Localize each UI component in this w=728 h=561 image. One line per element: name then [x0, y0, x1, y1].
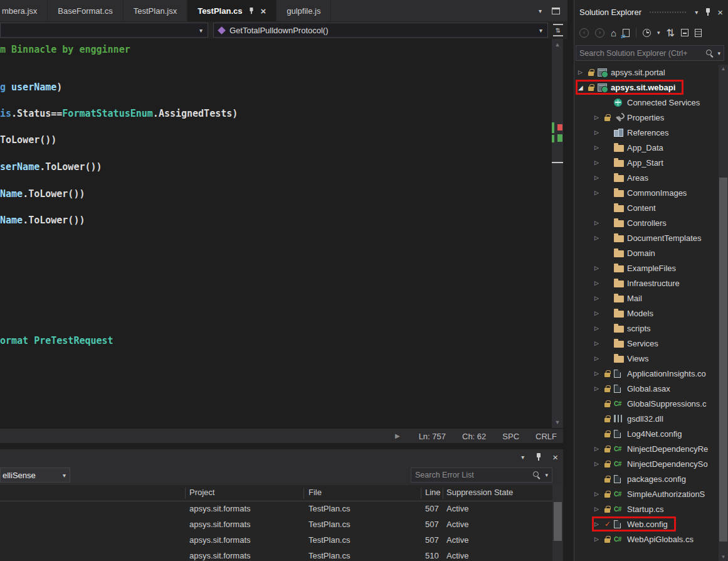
home-icon[interactable]: ⌂	[611, 28, 616, 38]
back-icon[interactable]: ‹	[579, 28, 589, 38]
window-position-chevron-icon[interactable]: ▾	[695, 9, 698, 16]
expander-icon[interactable]: ▷	[594, 521, 604, 527]
expander-icon[interactable]: ▷	[594, 325, 604, 331]
expander-icon[interactable]: ▷	[594, 220, 604, 226]
expander-icon[interactable]: ▷	[594, 144, 604, 151]
expander-icon[interactable]: ▷	[594, 235, 604, 241]
expander-icon[interactable]: ▷	[594, 370, 604, 377]
tree-item-apsys-sit-webapi[interactable]: ◢apsys.sit.webapi	[574, 80, 719, 95]
error-list-row[interactable]: apsys.sit.formatsTestPlan.cs507Active	[0, 501, 552, 517]
solution-search-input[interactable]	[579, 49, 702, 58]
column-header-project[interactable]: Project	[189, 488, 214, 497]
expander-icon[interactable]: ▷	[594, 129, 604, 136]
tree-item-content[interactable]: Content	[574, 200, 719, 215]
tab-mbera-jsx[interactable]: mbera.jsx	[0, 0, 48, 21]
expander-icon[interactable]: ▷	[594, 174, 604, 181]
column-header-file[interactable]: File	[309, 488, 322, 497]
code-editor[interactable]: m Binnacle by engginnerg userName)is.Sta…	[0, 39, 552, 428]
expander-icon[interactable]: ▷	[594, 340, 604, 346]
tree-item-ninjectdependencyre[interactable]: ▷C#NinjectDependencyRe	[574, 441, 719, 456]
sync-with-active-document-icon[interactable]	[623, 29, 630, 37]
tree-item-global-asax[interactable]: ▷Global.asax	[574, 381, 719, 396]
tab-testplan-cs[interactable]: TestPlan.cs×	[187, 0, 277, 21]
tree-item-simpleauthorizations[interactable]: ▷C#SimpleAuthorizationS	[574, 486, 719, 501]
pin-icon[interactable]	[248, 7, 254, 14]
scroll-up-arrow-icon[interactable]: ▲	[552, 41, 563, 48]
scroll-up-arrow-icon[interactable]: ▲	[719, 66, 728, 72]
expander-icon[interactable]: ▷	[594, 355, 604, 361]
tree-item-startup-cs[interactable]: ▷C#Startup.cs	[574, 501, 719, 516]
tree-item-commonimages[interactable]: ▷CommonImages	[574, 185, 719, 200]
properties-window-icon[interactable]	[695, 29, 702, 37]
forward-icon[interactable]: ›	[595, 28, 604, 38]
column-header-line[interactable]: Line	[425, 488, 441, 497]
solution-explorer-scrollbar[interactable]: ▲ ▼	[719, 65, 728, 561]
pin-icon[interactable]	[704, 8, 711, 16]
search-icon[interactable]	[532, 471, 541, 479]
error-list-row[interactable]: apsys.sit.formatsTestPlan.cs507Active	[0, 517, 552, 533]
tree-item-connected-services[interactable]: Connected Services	[574, 95, 719, 110]
scrollbar-thumb[interactable]	[719, 178, 727, 542]
tree-item-ninjectdependencyso[interactable]: ▷C#NinjectDependencySo	[574, 456, 719, 471]
error-list-row[interactable]: apsys.sit.formatsTestPlan.cs507Active	[0, 533, 552, 548]
tree-item-applicationinsights-co[interactable]: ▷ApplicationInsights.co	[574, 366, 719, 381]
expander-icon[interactable]: ▷	[594, 280, 604, 286]
tree-item-apsys-sit-portal[interactable]: ▷apsys.sit.portal	[574, 65, 719, 80]
refresh-icon[interactable]: ⇅	[667, 27, 675, 39]
split-editor-icon[interactable]: ⇅	[553, 24, 563, 36]
tree-item-app-start[interactable]: ▷App_Start	[574, 155, 719, 170]
expander-icon[interactable]: ▷	[594, 190, 604, 196]
tree-item-domain[interactable]: Domain	[574, 245, 719, 260]
search-options-chevron-icon[interactable]: ▾	[717, 50, 720, 56]
editor-vertical-scrollbar[interactable]: ▲ ▼	[552, 39, 563, 428]
scrollbar-thumb[interactable]	[554, 502, 562, 541]
error-list-search-input[interactable]	[415, 471, 529, 479]
scroll-down-arrow-icon[interactable]: ▼	[552, 419, 563, 425]
expander-icon[interactable]: ▷	[594, 491, 604, 497]
close-icon[interactable]: ×	[717, 8, 723, 17]
expander-icon[interactable]: ▷	[594, 114, 604, 120]
expander-icon[interactable]: ▷	[594, 506, 604, 512]
tree-item-services[interactable]: ▷Services	[574, 336, 719, 351]
tree-item-controllers[interactable]: ▷Controllers	[574, 215, 719, 230]
expander-icon[interactable]: ▷	[594, 446, 604, 452]
close-icon[interactable]: ×	[260, 6, 266, 16]
filter-chevron-icon[interactable]: ▾	[657, 29, 660, 36]
tree-item-scripts[interactable]: ▷scripts	[574, 321, 719, 336]
expander-icon[interactable]: ▷	[594, 385, 604, 392]
pin-icon[interactable]	[535, 453, 542, 461]
tree-item-packages-config[interactable]: packages.config	[574, 471, 719, 486]
expander-icon[interactable]: ▷	[594, 265, 604, 271]
tree-item-documenttemplates[interactable]: ▷DocumentTemplates	[574, 230, 719, 245]
tree-item-models[interactable]: ▷Models	[574, 306, 719, 321]
expander-icon[interactable]: ▷	[594, 310, 604, 316]
window-position-chevron-icon[interactable]: ▾	[521, 454, 524, 461]
expander-icon[interactable]: ▷	[594, 536, 604, 542]
tree-item-web-config[interactable]: ▷✓Web.config	[574, 516, 719, 532]
window-layout-icon[interactable]	[552, 8, 560, 14]
hscroll-right-arrow-icon[interactable]: ▶	[395, 432, 400, 439]
tree-item-mail[interactable]: ▷Mail	[574, 291, 719, 306]
types-dropdown[interactable]: ▾	[0, 23, 208, 38]
error-list-row[interactable]: apsys.sit.formatsTestPlan.cs510Active	[0, 548, 552, 561]
expander-icon[interactable]: ▷	[578, 69, 588, 75]
tree-item-views[interactable]: ▷Views	[574, 351, 719, 366]
collapse-all-icon[interactable]	[681, 29, 688, 36]
tree-item-globalsuppressions-c[interactable]: C#GlobalSuppressions.c	[574, 396, 719, 411]
tab-testplan-jsx[interactable]: TestPlan.jsx	[124, 0, 187, 21]
expander-icon[interactable]: ▷	[594, 295, 604, 301]
expander-icon[interactable]: ◢	[578, 84, 588, 91]
search-options-chevron-icon[interactable]: ▾	[545, 472, 548, 478]
intellisense-filter-dropdown[interactable]: elliSense ▾	[0, 468, 70, 483]
expander-icon[interactable]: ▷	[594, 461, 604, 467]
expander-icon[interactable]: ▷	[594, 159, 604, 166]
tree-item-properties[interactable]: ▷Properties	[574, 110, 719, 125]
tree-item-webapiglobals-cs[interactable]: ▷C#WebApiGlobals.cs	[574, 532, 719, 547]
search-icon[interactable]	[705, 49, 714, 58]
tree-item-log4net-config[interactable]: Log4Net.config	[574, 426, 719, 441]
tree-item-references[interactable]: ▷References	[574, 125, 719, 140]
active-files-chevron-icon[interactable]: ▾	[539, 8, 542, 14]
tree-item-areas[interactable]: ▷Areas	[574, 170, 719, 185]
solution-explorer-search[interactable]: ▾	[576, 45, 724, 61]
tree-item-examplefiles[interactable]: ▷ExampleFiles	[574, 260, 719, 275]
